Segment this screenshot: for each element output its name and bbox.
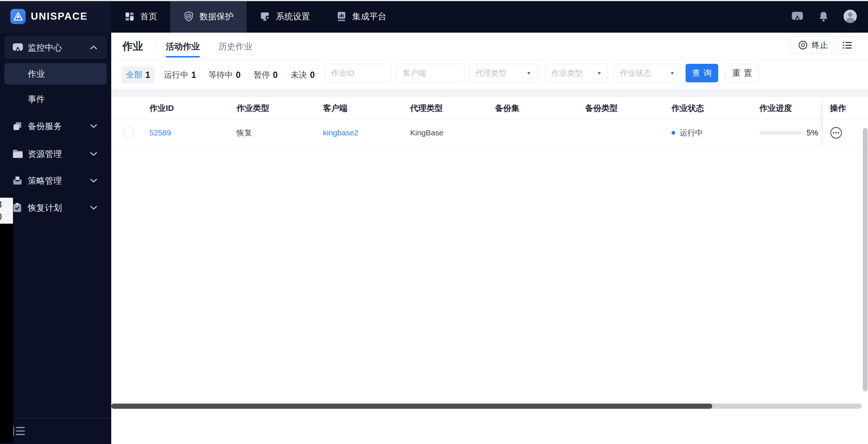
tab-history-jobs[interactable]: 历史作业 bbox=[218, 33, 253, 60]
unispace-logo-icon bbox=[10, 9, 26, 24]
filter-chip-all[interactable]: 全部 1 bbox=[122, 66, 155, 83]
job-type-select[interactable]: 作业类型 ▼ bbox=[545, 64, 608, 82]
tab-active-jobs[interactable]: 活动作业 bbox=[166, 33, 200, 60]
message-cast-icon[interactable] bbox=[791, 11, 803, 22]
more-actions-icon[interactable] bbox=[830, 126, 842, 139]
chip-label: 暂停 bbox=[254, 69, 270, 80]
table-header-row: 作业ID 作业类型 客户端 代理类型 备份集 备份类型 作业状态 作业进度 bbox=[111, 97, 868, 119]
horizontal-scrollbar-thumb[interactable] bbox=[111, 404, 712, 409]
chip-label: 运行中 bbox=[164, 69, 188, 80]
main-content: 作业 活动作业 历史作业 终止 全部 1 运行中 1 等待中 0 bbox=[111, 33, 868, 444]
cell-job-id: 52589 bbox=[149, 119, 171, 146]
sidebar-group-backup-service[interactable]: 备份服务 bbox=[4, 115, 107, 138]
vertical-scrollbar-thumb[interactable] bbox=[863, 128, 868, 391]
sidebar-group-label: 监控中心 bbox=[28, 42, 62, 53]
table-row[interactable]: 52589 恢复 kingbase2 KingBase 运行中 5% bbox=[111, 119, 868, 147]
col-header-job-status: 作业状态 bbox=[671, 97, 704, 119]
column-settings-button[interactable] bbox=[838, 36, 856, 54]
chip-label: 未决 bbox=[291, 69, 307, 80]
sidebar-group-label: 资源管理 bbox=[28, 148, 62, 160]
cell-job-status: 运行中 bbox=[671, 119, 703, 146]
col-header-backup-set: 备份集 bbox=[495, 97, 519, 119]
col-header-operation: 操作 bbox=[823, 97, 868, 119]
dashboard-icon bbox=[124, 11, 135, 22]
filter-chip-waiting[interactable]: 等待中 0 bbox=[204, 66, 245, 83]
brand-name: UNISPACE bbox=[31, 11, 88, 22]
nav-item-home[interactable]: 首页 bbox=[111, 0, 170, 33]
sidebar-collapse-button[interactable] bbox=[13, 425, 25, 437]
col-header-client: 客户端 bbox=[323, 97, 347, 119]
reset-button[interactable]: 重置 bbox=[725, 64, 759, 82]
tab-label: 历史作业 bbox=[218, 41, 253, 52]
chip-count: 0 bbox=[236, 70, 241, 80]
filter-chip-running[interactable]: 运行中 1 bbox=[159, 66, 201, 83]
sidebar-footer-divider bbox=[13, 418, 111, 418]
clipboard-check-icon bbox=[12, 203, 22, 213]
sidebar-group-label: 恢复计划 bbox=[28, 202, 62, 214]
sidebar-navigation: 监控中心 作业 事件 备份服务 资源管理 策略管理 恢复计划 bbox=[0, 33, 111, 444]
jobs-table: 作业ID 作业类型 客户端 代理类型 备份集 备份类型 作业状态 作业进度 52… bbox=[111, 97, 868, 147]
nav-label: 集成平台 bbox=[352, 11, 386, 22]
monitor-cast-icon bbox=[12, 43, 23, 53]
col-header-backup-type: 备份类型 bbox=[585, 97, 618, 119]
progress-bar-track bbox=[759, 131, 802, 135]
fixed-operation-column: 操作 bbox=[823, 97, 868, 147]
nav-label: 数据保护 bbox=[199, 11, 234, 22]
nav-item-integration-platform[interactable]: 集成平台 bbox=[323, 0, 399, 33]
nav-label: 首页 bbox=[140, 11, 157, 22]
app-window: UNISPACE 首页 数据保护 系统设置 集成平台 bbox=[0, 0, 868, 444]
cell-job-progress: 5% bbox=[759, 119, 818, 146]
filter-chip-paused[interactable]: 暂停 0 bbox=[249, 66, 282, 83]
chevron-down-icon bbox=[90, 152, 97, 156]
chip-count: 0 bbox=[273, 70, 278, 80]
content-header: 作业 活动作业 历史作业 终止 bbox=[111, 33, 868, 60]
select-placeholder: 作业状态 bbox=[620, 68, 651, 78]
sidebar-item-events[interactable]: 事件 bbox=[4, 88, 107, 110]
chevron-down-icon bbox=[90, 124, 97, 128]
agent-type-select[interactable]: 代理类型 ▼ bbox=[469, 64, 538, 82]
sidebar-group-label: 备份服务 bbox=[28, 121, 62, 132]
user-avatar[interactable] bbox=[844, 10, 857, 23]
sidebar-group-policy-management[interactable]: 策略管理 bbox=[4, 169, 107, 192]
col-header-job-progress: 作业进度 bbox=[759, 97, 792, 119]
notification-bell-icon[interactable] bbox=[818, 11, 829, 22]
shield-check-icon bbox=[183, 11, 194, 22]
chip-count: 1 bbox=[191, 70, 196, 80]
chip-count: 0 bbox=[310, 70, 315, 80]
chevron-down-icon bbox=[90, 205, 97, 210]
job-id-input[interactable] bbox=[325, 64, 391, 82]
cell-operation bbox=[823, 119, 868, 147]
col-header-agent-type: 代理类型 bbox=[410, 97, 443, 119]
job-id-link[interactable]: 52589 bbox=[149, 128, 171, 137]
archive-save-icon bbox=[12, 175, 23, 186]
job-status-select[interactable]: 作业状态 ▼ bbox=[614, 64, 681, 82]
nav-item-data-protection[interactable]: 数据保护 bbox=[170, 0, 247, 33]
horizontal-scrollbar-track[interactable] bbox=[111, 404, 862, 409]
section-gap bbox=[111, 89, 868, 97]
running-status-dot bbox=[671, 131, 675, 135]
filter-toolbar: 全部 1 运行中 1 等待中 0 暂停 0 未决 0 代理类型 bbox=[111, 60, 868, 89]
query-button[interactable]: 查询 bbox=[686, 64, 718, 82]
caret-down-icon: ▼ bbox=[526, 71, 531, 76]
page-title: 作业 bbox=[122, 39, 143, 53]
sidebar-item-label: 作业 bbox=[28, 68, 45, 80]
sidebar-group-monitoring-center[interactable]: 监控中心 bbox=[4, 36, 107, 59]
copy-layers-icon bbox=[12, 121, 23, 131]
row-checkbox[interactable] bbox=[123, 128, 134, 138]
clipped-badge-line: 0 bbox=[0, 211, 13, 223]
terminate-button[interactable]: 终止 bbox=[791, 36, 835, 54]
sidebar-group-recovery-plan[interactable]: 恢复计划 bbox=[4, 196, 107, 219]
nav-item-system-settings[interactable]: 系统设置 bbox=[247, 0, 323, 33]
client-input[interactable] bbox=[396, 64, 465, 82]
sidebar-group-label: 策略管理 bbox=[28, 175, 62, 187]
sidebar-group-resource-management[interactable]: 资源管理 bbox=[4, 142, 107, 165]
chip-count: 1 bbox=[145, 70, 150, 80]
chevron-down-icon bbox=[90, 178, 97, 183]
clipped-badge-line: 8 bbox=[0, 198, 13, 211]
caret-down-icon: ▼ bbox=[670, 71, 675, 76]
client-link[interactable]: kingbase2 bbox=[323, 128, 359, 137]
sidebar-item-jobs[interactable]: 作业 bbox=[4, 63, 107, 85]
filter-chip-pending[interactable]: 未决 0 bbox=[286, 66, 319, 83]
select-placeholder: 作业类型 bbox=[551, 68, 582, 78]
select-placeholder: 代理类型 bbox=[475, 68, 506, 78]
